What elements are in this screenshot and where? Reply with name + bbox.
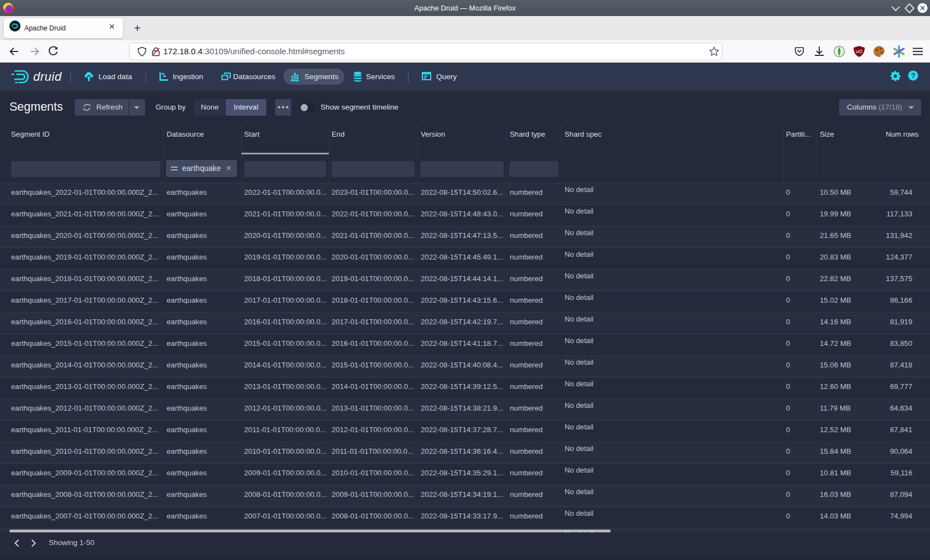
svg-text:uO: uO [856,49,862,54]
svg-text:?: ? [911,71,915,80]
